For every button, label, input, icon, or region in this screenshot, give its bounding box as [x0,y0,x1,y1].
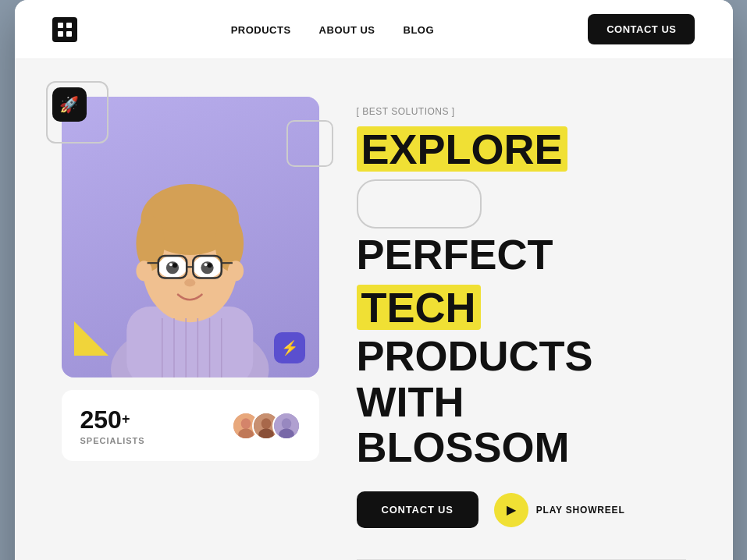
stats-label: SPECIALISTS [80,436,145,445]
right-column: [ BEST SOLUTIONS ] EXPLORE PERFECT TECH … [357,97,686,560]
hero-actions: CONTACT US ▶ PLAY SHOWREEL [357,491,686,528]
svg-point-16 [201,261,214,274]
nav-links: PRODUCTS ABOUT US BLOG [231,23,434,37]
svg-point-34 [240,418,250,429]
logo-icon[interactable] [52,17,77,42]
best-solutions-tag: [ BEST SOLUTIONS ] [357,106,686,117]
main-content: 🚀 [15,59,733,560]
svg-rect-3 [66,31,72,37]
nav-about[interactable]: ABOUT US [319,24,375,36]
left-column: 🚀 [62,97,319,461]
perfect-text: PERFECT [357,232,553,277]
nav-products[interactable]: PRODUCTS [231,24,291,36]
hero-title: EXPLORE PERFECT TECH PRODUCTS WITH BLOSS… [357,126,686,470]
products-with-text: PRODUCTS WITH [357,333,686,424]
avatar-3 [272,412,301,440]
navbar: PRODUCTS ABOUT US BLOG CONTACT US [15,0,733,59]
stats-number: 250+ [80,406,145,434]
svg-rect-1 [66,23,72,28]
outline-pill [357,179,482,228]
play-circle-icon: ▶ [494,493,528,527]
svg-rect-2 [58,31,63,37]
person-illustration [80,125,300,377]
play-icon: ▶ [507,502,516,517]
hero-card: 🚀 [62,97,319,377]
bolt-icon: ⚡ [281,339,298,356]
rocket-icon: 🚀 [59,95,79,114]
browser-window: PRODUCTS ABOUT US BLOG CONTACT US 🚀 [15,0,733,560]
svg-point-20 [205,263,208,266]
hero-contact-button[interactable]: CONTACT US [357,491,478,528]
play-showreel-button[interactable]: ▶ PLAY SHOWREEL [494,493,625,527]
stats-info: 250+ SPECIALISTS [80,406,145,445]
blossom-text: BLOSSOM [357,424,686,470]
play-label: PLAY SHOWREEL [536,505,625,516]
explore-highlight: EXPLORE [357,126,567,172]
svg-point-15 [166,261,179,274]
rocket-badge: 🚀 [52,87,87,122]
svg-point-37 [261,418,270,429]
svg-point-40 [281,418,290,429]
bolt-badge: ⚡ [274,332,305,363]
nav-contact-button[interactable]: CONTACT US [588,14,695,44]
svg-rect-0 [58,23,63,28]
svg-point-18 [208,263,212,268]
stats-card: 250+ SPECIALISTS [62,390,319,461]
triangle-decoration [74,321,108,356]
tech-highlight: TECH [357,285,481,330]
svg-point-17 [173,263,177,268]
svg-point-19 [169,263,173,266]
specialists-avatars [232,412,301,440]
deco-outline-right [286,120,333,167]
nav-blog[interactable]: BLOG [404,24,435,36]
svg-point-26 [184,278,195,286]
